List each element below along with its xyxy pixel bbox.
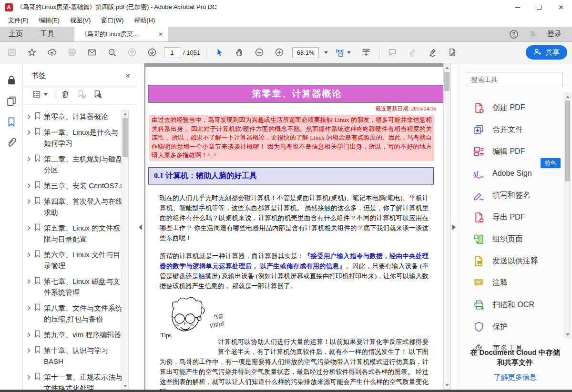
tools-scrollbar[interactable] bbox=[564, 93, 571, 338]
bookmark-item[interactable]: 第七章、Linux 磁盘与文件系统管理 bbox=[27, 273, 125, 300]
chevron-right-icon[interactable] bbox=[27, 222, 34, 233]
chevron-right-icon[interactable] bbox=[27, 302, 34, 313]
options-icon[interactable] bbox=[30, 88, 50, 101]
learn-more-link[interactable]: 了解更多信息 bbox=[467, 373, 563, 382]
comment-icon[interactable] bbox=[382, 44, 402, 60]
toolbar-divider bbox=[379, 46, 379, 59]
minimize-button[interactable] bbox=[506, 0, 528, 14]
zoom-dropdown-caret[interactable] bbox=[320, 48, 330, 57]
tool-item[interactable]: 填写和签名 bbox=[472, 184, 572, 206]
add-bookmark-icon[interactable] bbox=[74, 88, 89, 101]
trash-icon[interactable] bbox=[58, 88, 72, 101]
save-icon[interactable] bbox=[2, 44, 22, 60]
cloud-upload-icon[interactable] bbox=[42, 44, 62, 60]
scroll-mode-icon[interactable] bbox=[356, 44, 376, 60]
tool-item[interactable]: xlAdobe Sign特色 bbox=[472, 162, 572, 184]
tool-item[interactable]: 创建 PDF bbox=[472, 97, 572, 119]
search-icon[interactable] bbox=[102, 44, 122, 60]
maximize-button[interactable] bbox=[528, 0, 550, 14]
tab-tools[interactable]: 工具 bbox=[31, 27, 63, 41]
chevron-right-icon[interactable] bbox=[27, 276, 34, 286]
highlighter-icon[interactable] bbox=[402, 44, 422, 60]
next-page-icon[interactable] bbox=[142, 44, 162, 60]
scroll-up-icon[interactable] bbox=[444, 64, 450, 71]
bookmark-item[interactable]: 第九章、vim 程序编辑器 bbox=[27, 327, 125, 342]
bookmark-item[interactable]: 第零章、计算器概论 bbox=[27, 109, 125, 124]
bookmark-item[interactable]: 第五章、Linux 的文件权限与目录配置 bbox=[27, 220, 125, 247]
page-thumbnails-icon[interactable] bbox=[5, 95, 18, 107]
stamps-icon[interactable] bbox=[442, 44, 462, 60]
star-icon[interactable] bbox=[22, 44, 42, 60]
menu-item[interactable]: 视图(V) bbox=[65, 14, 96, 27]
share-button[interactable]: 共享 bbox=[526, 45, 567, 60]
collapse-left-panel-icon[interactable] bbox=[139, 224, 142, 230]
tool-item[interactable]: 注释 bbox=[472, 272, 572, 294]
sign-in-button[interactable]: 登录 bbox=[547, 30, 562, 39]
tool-item[interactable]: 合并文件 bbox=[472, 119, 572, 141]
bookmark-item[interactable]: 第二章、主机规划与磁盘分区 bbox=[27, 151, 125, 178]
hand-tool-icon[interactable] bbox=[229, 44, 249, 60]
lock-icon[interactable] bbox=[5, 74, 18, 86]
bookmark-item[interactable]: 第六章、Linux 文件与目录管理 bbox=[27, 247, 125, 273]
chevron-right-icon[interactable] bbox=[27, 372, 34, 382]
page-number-input[interactable]: 1 bbox=[164, 47, 180, 58]
scroll-down-icon[interactable] bbox=[122, 382, 128, 389]
chevron-right-icon[interactable] bbox=[27, 345, 34, 355]
bookmark-item[interactable]: 第八章、文件与文件系统的压缩,打包与备份 bbox=[27, 300, 125, 327]
window-title: 《鸟哥的Linux房菜-基础篇》第四版.pdf (已加密) - Adobe Ac… bbox=[17, 3, 217, 11]
tool-item[interactable]: 保护 bbox=[472, 316, 572, 338]
menu-item[interactable]: 窗口(W) bbox=[96, 14, 129, 27]
tab-document[interactable]: 《鸟哥的Linux房菜... ✕ bbox=[74, 27, 168, 41]
bookmarks-scrollbar[interactable] bbox=[122, 110, 129, 390]
menu-item[interactable]: 帮助(H) bbox=[129, 14, 160, 27]
bookmarks-close-icon[interactable]: ✕ bbox=[125, 72, 131, 80]
tools-search-input[interactable] bbox=[466, 76, 562, 83]
collapse-right-panel-icon[interactable] bbox=[452, 224, 456, 230]
document-scrollbar[interactable] bbox=[443, 63, 450, 390]
previous-page-icon[interactable] bbox=[122, 44, 142, 60]
menu-item[interactable]: 文件(F) bbox=[3, 14, 34, 27]
zoom-out-icon[interactable] bbox=[249, 44, 269, 60]
select-tool-icon[interactable] bbox=[209, 44, 229, 60]
notifications-bell-icon[interactable] bbox=[528, 30, 538, 39]
chevron-right-icon[interactable] bbox=[27, 127, 34, 137]
tool-item[interactable]: 导出 PDF bbox=[472, 206, 572, 228]
tool-label: 创建 PDF bbox=[492, 103, 525, 113]
scroll-down-icon[interactable] bbox=[444, 382, 450, 388]
attachments-icon[interactable] bbox=[5, 137, 18, 149]
tool-item[interactable]: 组织页面 bbox=[472, 228, 572, 250]
close-button[interactable]: ✕ bbox=[550, 0, 572, 14]
chevron-right-icon[interactable] bbox=[27, 153, 34, 164]
dropdown-caret-icon bbox=[347, 51, 351, 54]
scroll-up-icon[interactable] bbox=[122, 111, 128, 117]
fit-width-icon[interactable] bbox=[330, 44, 356, 60]
scrollbar-thumb[interactable] bbox=[123, 118, 128, 157]
chevron-right-icon[interactable] bbox=[27, 196, 34, 206]
tool-item[interactable]: 扫描和 OCR bbox=[472, 294, 572, 316]
help-icon[interactable] bbox=[509, 30, 519, 39]
chevron-right-icon[interactable] bbox=[27, 180, 34, 191]
print-icon[interactable] bbox=[62, 44, 82, 60]
tab-close-icon[interactable]: ✕ bbox=[158, 31, 163, 38]
zoom-level-input[interactable]: 68.1% bbox=[292, 47, 319, 58]
expand-bookmark-icon[interactable] bbox=[91, 88, 105, 101]
email-icon[interactable] bbox=[82, 44, 102, 60]
bookmark-item[interactable]: 第十一章、正规表示法与文件格式化处理 bbox=[27, 369, 125, 390]
bookmark-item[interactable]: 第十章、认识与学习 BASH bbox=[27, 342, 125, 369]
tool-item[interactable]: 发送以供注释 bbox=[472, 250, 572, 272]
scroll-down-icon[interactable] bbox=[564, 331, 571, 338]
scrollbar-thumb[interactable] bbox=[444, 72, 449, 91]
zoom-in-icon[interactable] bbox=[269, 44, 289, 60]
scrollbar-thumb[interactable] bbox=[565, 101, 570, 181]
scroll-up-icon[interactable] bbox=[564, 93, 571, 100]
bookmark-item[interactable]: 第四章、首次登入与在线求助 bbox=[27, 193, 125, 220]
bookmarks-icon[interactable] bbox=[5, 116, 18, 128]
chevron-right-icon[interactable] bbox=[27, 111, 34, 121]
bookmark-item[interactable]: 第一章、Linux是什么与如何学习 bbox=[27, 124, 125, 151]
menu-item[interactable]: 编辑(E) bbox=[34, 14, 65, 27]
chevron-right-icon[interactable] bbox=[27, 249, 34, 260]
bookmark-item[interactable]: 第三章、安装 CentOS7.x bbox=[27, 178, 125, 193]
tab-home[interactable]: 主页 bbox=[0, 27, 31, 41]
sign-pen-icon[interactable] bbox=[422, 44, 442, 60]
chevron-right-icon[interactable] bbox=[27, 329, 34, 340]
